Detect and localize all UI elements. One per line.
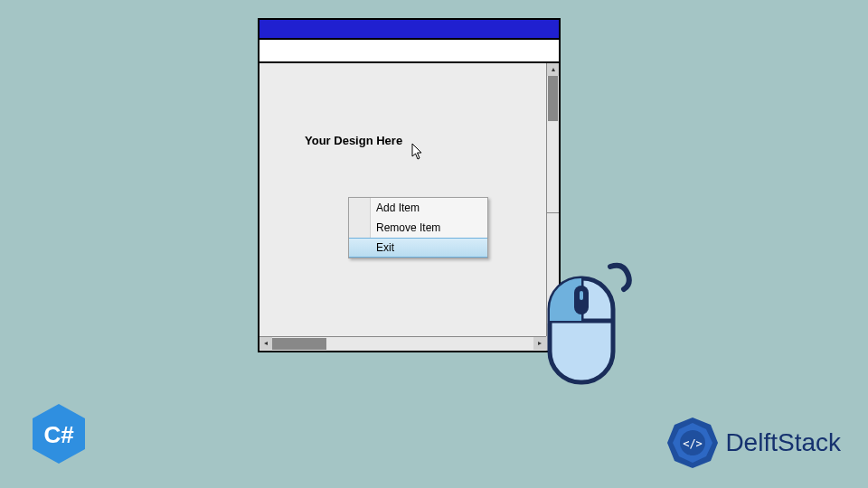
csharp-text: C#	[43, 421, 74, 448]
delftstack-text: DelftStack	[725, 428, 841, 457]
menu-item-label: Add Item	[376, 202, 420, 214]
context-menu: Add Item Remove Item Exit	[348, 197, 488, 258]
title-bar[interactable]	[259, 20, 559, 40]
vscroll-thumb[interactable]	[548, 76, 558, 121]
hscroll-thumb[interactable]	[272, 338, 326, 350]
menu-item-label: Remove Item	[376, 221, 440, 234]
delftstack-emblem-icon: </>	[665, 416, 720, 470]
scroll-divider	[547, 212, 559, 213]
menu-item-add[interactable]: Add Item	[349, 198, 487, 218]
mouse-icon	[524, 253, 633, 398]
scroll-up-button[interactable]: ▴	[547, 63, 559, 76]
menu-strip[interactable]	[259, 40, 559, 63]
scroll-left-button[interactable]: ◂	[259, 337, 272, 350]
menu-item-label: Exit	[376, 241, 394, 254]
design-surface[interactable]: Your Design Here Add Item Remove Item Ex…	[259, 63, 559, 351]
delftstack-logo: </> DelftStack	[665, 416, 841, 470]
svg-text:</>: </>	[684, 437, 703, 450]
design-label: Your Design Here	[305, 134, 402, 147]
menu-item-remove[interactable]: Remove Item	[349, 218, 487, 238]
horizontal-scrollbar[interactable]: ◂ ▸	[259, 336, 546, 351]
window-frame: Your Design Here Add Item Remove Item Ex…	[258, 18, 561, 352]
svg-rect-2	[580, 291, 583, 300]
cursor-icon	[411, 143, 426, 161]
menu-item-exit[interactable]: Exit	[349, 238, 487, 258]
csharp-badge-icon: C#	[27, 402, 90, 465]
